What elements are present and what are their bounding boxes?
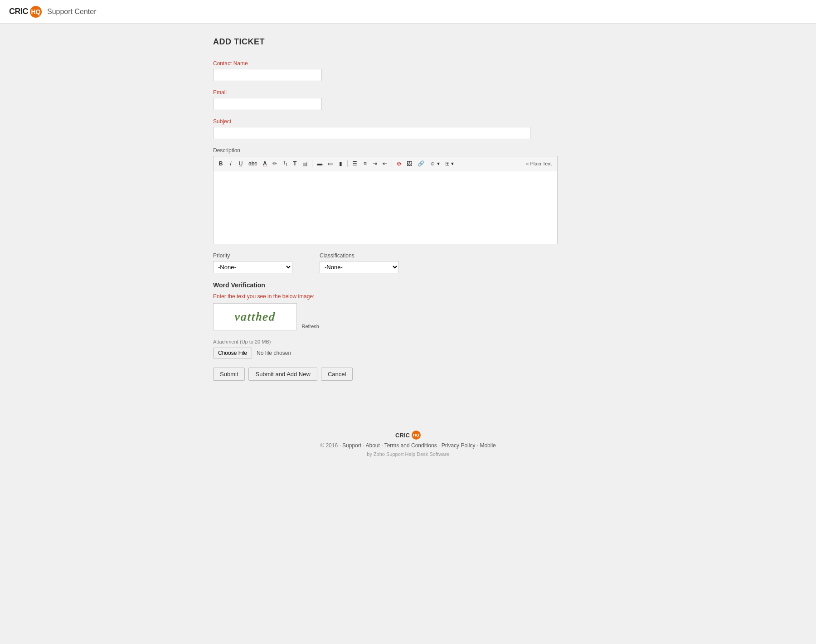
attachment-group: Attachment (Up to 20 MB) Choose File No …: [213, 339, 603, 358]
indent-less-button[interactable]: ⇤: [380, 159, 389, 169]
numbered-list-button[interactable]: ≡: [360, 159, 369, 169]
email-label: Email: [213, 89, 603, 96]
priority-select[interactable]: -None-HighMediumLow: [213, 261, 292, 273]
editor-toolbar: B I U abc A ✏ Tf T ▤ ▬ ▭ ▮ ☰ ≡ ⇥ ⇤ ⊘: [214, 156, 557, 171]
contact-name-label: Contact Name: [213, 60, 603, 67]
bullet-list-button[interactable]: ☰: [350, 159, 359, 169]
footer-logo-cric: CRIC: [395, 432, 410, 439]
attachment-label: Attachment (Up to 20 MB): [213, 339, 603, 345]
priority-label: Priority: [213, 252, 292, 259]
choose-file-button[interactable]: Choose File: [213, 348, 252, 358]
font-family-button[interactable]: Tf: [280, 158, 289, 169]
header-title: Support Center: [47, 8, 97, 16]
action-buttons-row: Submit Submit and Add New Cancel: [213, 368, 603, 381]
captcha-row: vatthed Refresh: [213, 303, 603, 330]
align-full-button[interactable]: ▬: [315, 159, 325, 169]
description-group: Description B I U abc A ✏ Tf T ▤ ▬ ▭ ▮ ☰…: [213, 147, 603, 244]
logo-hq-badge: HQ: [30, 6, 42, 18]
link-button[interactable]: 🔗: [415, 159, 427, 169]
description-editor: B I U abc A ✏ Tf T ▤ ▬ ▭ ▮ ☰ ≡ ⇥ ⇤ ⊘: [213, 156, 558, 244]
toolbar-sep-2: [347, 160, 348, 167]
footer-logo-hq: HQ: [412, 431, 421, 440]
plain-text-button[interactable]: « Plain Text: [523, 160, 554, 167]
strikethrough-button[interactable]: abc: [246, 159, 259, 169]
align-right-button[interactable]: ▮: [336, 159, 345, 169]
priority-group: Priority -None-HighMediumLow: [213, 252, 292, 273]
indent-more-button[interactable]: ⇥: [370, 159, 379, 169]
toolbar-sep-3: [392, 160, 392, 167]
footer-links: © 2016 · Support · About · Terms and Con…: [9, 442, 807, 449]
word-verification-section: Word Verification Enter the text you see…: [213, 281, 603, 330]
footer: CRIC HQ © 2016 · Support · About · Terms…: [0, 421, 816, 466]
classifications-select[interactable]: -None-BugFeatureQuestion: [320, 261, 399, 273]
file-row: Choose File No file chosen: [213, 348, 603, 358]
italic-button[interactable]: I: [226, 159, 235, 169]
footer-terms-link[interactable]: Terms and Conditions: [384, 442, 437, 449]
classifications-group: Classifications -None-BugFeatureQuestion: [320, 252, 399, 273]
cancel-button[interactable]: Cancel: [321, 368, 353, 381]
submit-add-new-button[interactable]: Submit and Add New: [248, 368, 317, 381]
align-center-button[interactable]: ▭: [325, 159, 335, 169]
logo-cric-text: CRIC: [9, 7, 28, 16]
toolbar-sep-1: [312, 160, 312, 167]
captcha-instruction: Enter the text you see in the below imag…: [213, 293, 603, 300]
priority-classifications-row: Priority -None-HighMediumLow Classificat…: [213, 252, 603, 273]
site-header: CRIC HQ Support Center: [0, 0, 816, 24]
font-color-button[interactable]: A: [260, 159, 269, 169]
no-file-text: No file chosen: [257, 350, 291, 356]
main-content: ADD TICKET Contact Name Email Subject De…: [204, 24, 612, 421]
word-verification-title: Word Verification: [213, 281, 603, 289]
submit-button[interactable]: Submit: [213, 368, 245, 381]
bold-button[interactable]: B: [216, 159, 225, 169]
email-input[interactable]: [213, 98, 322, 110]
attachment-label-text: Attachment: [213, 339, 238, 344]
email-group: Email: [213, 89, 603, 110]
footer-privacy-link[interactable]: Privacy Policy: [442, 442, 476, 449]
footer-copyright-year: © 2016 ·: [320, 442, 342, 449]
hr-button[interactable]: ⊘: [394, 159, 403, 169]
logo[interactable]: CRIC HQ: [9, 6, 42, 18]
align-block-button[interactable]: ▤: [300, 159, 310, 169]
contact-name-group: Contact Name: [213, 60, 603, 81]
zoho-credit: by Zoho Support Help Desk Software: [9, 451, 807, 457]
contact-name-input[interactable]: [213, 69, 322, 81]
description-label: Description: [213, 147, 603, 154]
heading-button[interactable]: T: [290, 158, 299, 169]
emoticons-button[interactable]: ☺ ▾: [427, 159, 442, 169]
captcha-text: vatthed: [234, 310, 276, 324]
more-button[interactable]: ⊞ ▾: [443, 159, 456, 169]
captcha-image: vatthed Refresh: [213, 303, 297, 330]
footer-sep-3: ·: [438, 442, 442, 449]
footer-support-link[interactable]: Support: [342, 442, 361, 449]
description-textarea[interactable]: [214, 171, 557, 244]
captcha-refresh-link[interactable]: Refresh: [301, 324, 319, 329]
footer-about-link[interactable]: About: [365, 442, 379, 449]
image-button[interactable]: 🖼: [404, 159, 414, 169]
subject-input[interactable]: [213, 127, 530, 139]
highlight-button[interactable]: ✏: [270, 159, 279, 169]
underline-button[interactable]: U: [236, 159, 245, 169]
subject-label: Subject: [213, 118, 603, 125]
footer-logo: CRIC HQ: [9, 431, 807, 440]
classifications-label: Classifications: [320, 252, 399, 259]
attachment-size-text: (Up to 20 MB): [240, 339, 271, 344]
footer-mobile-link[interactable]: Mobile: [480, 442, 495, 449]
page-title: ADD TICKET: [213, 37, 603, 47]
subject-group: Subject: [213, 118, 603, 139]
